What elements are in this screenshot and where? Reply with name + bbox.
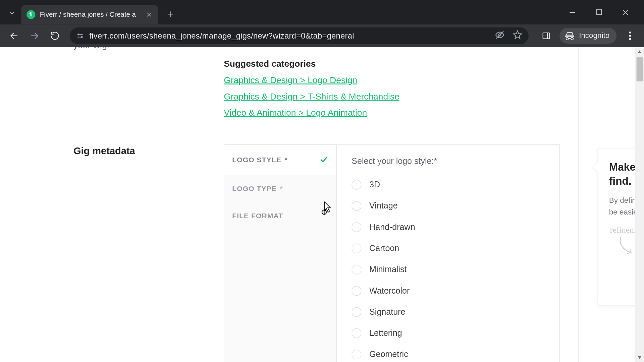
svg-marker-24 (638, 50, 642, 53)
radio-icon (352, 180, 361, 190)
option-label: 3D (369, 180, 380, 190)
radio-icon (352, 350, 361, 359)
radio-icon (352, 201, 361, 211)
url-text: fiverr.com/users/sheena_jones/manage_gig… (89, 31, 489, 41)
metadata-tab-file-format[interactable]: FILE FORMAT (224, 202, 336, 230)
svg-marker-25 (638, 356, 642, 359)
incognito-badge[interactable]: Incognito (559, 28, 616, 44)
radio-icon (352, 328, 361, 338)
svg-point-19 (629, 32, 631, 34)
tab-title: Fiverr / sheena jones / Create a (40, 11, 141, 19)
browser-window: fi Fiverr / sheena jones / Create a five… (0, 0, 644, 362)
logo-style-option-lettering[interactable]: Lettering (352, 323, 546, 344)
tab-strip: fi Fiverr / sheena jones / Create a (0, 0, 644, 24)
suggested-category-link[interactable]: Video & Animation > Logo Animation (224, 108, 367, 118)
page-content: your Gig. Suggested categories Graphics … (0, 47, 635, 362)
arrow-icon (617, 237, 635, 258)
logo-style-option-minimalist[interactable]: Minimalist (352, 259, 546, 280)
address-bar[interactable]: fiverr.com/users/sheena_jones/manage_gig… (70, 27, 528, 44)
option-label: Lettering (369, 328, 402, 338)
gig-metadata-label: Gig metadata (73, 144, 224, 362)
scrollbar[interactable] (635, 47, 644, 362)
incognito-label: Incognito (579, 32, 609, 40)
logo-style-option-hand-drawn[interactable]: Hand-drawn (352, 217, 546, 238)
scroll-up-button[interactable] (635, 47, 644, 56)
metadata-panel: LOGO STYLE *LOGO TYPE *FILE FORMAT Selec… (224, 144, 560, 362)
svg-point-10 (78, 34, 79, 35)
metadata-tab-logo-type[interactable]: LOGO TYPE * (224, 175, 336, 202)
logo-style-option-vintage[interactable]: Vintage (352, 195, 546, 217)
logo-style-option-signature[interactable]: Signature (352, 301, 546, 322)
svg-point-12 (81, 37, 83, 38)
radio-icon (352, 222, 361, 232)
back-button[interactable] (5, 27, 23, 45)
logo-style-option-geometric[interactable]: Geometric (352, 344, 546, 362)
side-panel-button[interactable] (537, 27, 555, 45)
option-label: Cartoon (369, 244, 399, 253)
maximize-button[interactable] (592, 5, 606, 19)
spacer (73, 56, 224, 124)
close-tab-button[interactable] (145, 11, 153, 19)
metadata-tabs: LOGO STYLE *LOGO TYPE *FILE FORMAT (224, 145, 337, 362)
page-viewport: your Gig. Suggested categories Graphics … (0, 47, 644, 362)
forward-button[interactable] (25, 27, 43, 45)
option-label: Geometric (369, 350, 408, 359)
svg-rect-17 (543, 33, 550, 39)
metadata-tab-label: LOGO STYLE * (232, 156, 287, 164)
window-controls (565, 0, 640, 24)
svg-point-21 (629, 38, 631, 40)
eye-off-icon[interactable] (495, 30, 505, 42)
search-tabs-button[interactable] (4, 6, 19, 21)
metadata-tab-label: FILE FORMAT (232, 212, 283, 220)
metadata-body: Select your logo style:* 3DVintageHand-d… (337, 145, 560, 362)
option-label: Vintage (369, 201, 398, 211)
suggested-categories-heading: Suggested categories (224, 59, 578, 69)
new-tab-button[interactable] (163, 7, 178, 22)
option-label: Minimalist (369, 265, 407, 275)
scrollbar-thumb[interactable] (637, 57, 643, 81)
suggested-category-link[interactable]: Graphics & Design > T-Shirts & Merchandi… (224, 92, 399, 102)
suggested-category-link[interactable]: Graphics & Design > Logo Design (224, 75, 357, 85)
bookmark-star-icon[interactable] (513, 30, 522, 42)
option-label: Watercolor (369, 286, 410, 296)
close-window-button[interactable] (619, 5, 633, 19)
metadata-tab-label: LOGO TYPE * (232, 185, 283, 193)
option-label: Hand-drawn (369, 222, 415, 232)
metadata-tab-logo-style[interactable]: LOGO STYLE * (224, 145, 336, 175)
reload-button[interactable] (46, 27, 64, 45)
svg-point-20 (629, 35, 631, 37)
category-desc-tail: your Gig. (73, 47, 578, 52)
radio-icon (352, 286, 361, 296)
metadata-prompt: Select your logo style:* (352, 157, 546, 166)
browser-tab[interactable]: fi Fiverr / sheena jones / Create a (21, 5, 158, 24)
radio-icon (352, 307, 361, 317)
chrome-menu-button[interactable] (621, 27, 639, 45)
option-label: Signature (369, 307, 405, 317)
logo-style-option-watercolor[interactable]: Watercolor (352, 280, 546, 301)
logo-style-option-3d[interactable]: 3D (352, 174, 546, 195)
site-info-button[interactable] (76, 32, 84, 40)
browser-toolbar: fiverr.com/users/sheena_jones/manage_gig… (0, 24, 644, 48)
svg-marker-16 (514, 31, 522, 38)
minimize-button[interactable] (565, 5, 579, 19)
logo-style-option-cartoon[interactable]: Cartoon (352, 238, 546, 259)
radio-icon (352, 265, 361, 275)
check-icon (319, 155, 328, 166)
fiverr-favicon: fi (26, 10, 35, 19)
radio-icon (352, 244, 361, 253)
svg-rect-5 (596, 10, 601, 15)
scroll-down-button[interactable] (635, 353, 644, 362)
